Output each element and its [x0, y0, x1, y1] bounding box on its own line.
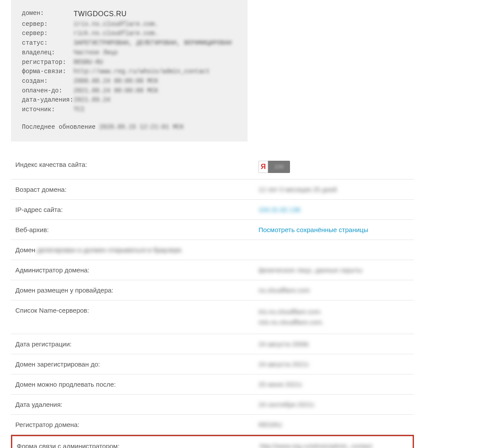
value-registrar: REGRU [258, 421, 410, 428]
whois-label-contact-form: форма-связи: [22, 67, 74, 77]
label-quality-index: Индекс качества сайта: [15, 161, 258, 168]
whois-label-server1: сервер: [22, 20, 74, 29]
row-reg-date: Дата регистрации: 24 августа 2008г. [11, 334, 414, 354]
whois-label-registrar: регистратор: [22, 58, 74, 67]
whois-label-source: источник: [22, 105, 74, 115]
row-contact-form-highlighted: Форма связи с администратором: http://ww… [11, 435, 414, 448]
domain-status-value: делегирован и должен открываться в брауз… [37, 246, 183, 254]
whois-value-contact-form: http://www.reg.ru/whois/admin_contact [74, 67, 210, 77]
whois-value-owner: Частное Лицо [74, 48, 118, 58]
whois-label-domain: домен: [22, 9, 74, 20]
details-table: Индекс качества сайта: Я 100 Возраст дом… [11, 155, 414, 448]
value-quality-index: Я 100 [258, 161, 410, 173]
label-registrar: Регистратор домена: [15, 421, 258, 428]
row-provider: Домен размещен у провайдера: ns.cloudfla… [11, 280, 414, 300]
label-admin: Администратор домена: [15, 266, 258, 274]
nameserver-1: iris.ns.cloudflare.com. [258, 307, 410, 317]
row-quality-index: Индекс качества сайта: Я 100 [11, 155, 414, 180]
row-nameservers: Список Name-серверов: iris.ns.cloudflare… [11, 300, 414, 334]
label-delete-date: Дата удаления: [15, 401, 258, 408]
whois-label-owner: владелец: [22, 48, 74, 58]
value-admin: физическое лицо, данные скрыты [258, 266, 410, 274]
value-domain-age: 12 лет 0 месяцев 25 дней [258, 186, 410, 193]
value-nameservers: iris.ns.cloudflare.com. rick.ns.cloudfla… [258, 307, 410, 328]
whois-value-source: TCI [74, 105, 85, 115]
yandex-letter: Я [258, 161, 268, 173]
value-reg-date: 24 августа 2008г. [258, 340, 410, 348]
whois-value-registrar: REGRU-RU [74, 58, 103, 67]
row-admin: Администратор домена: физическое лицо, д… [11, 260, 414, 280]
whois-label-paid-till: оплачен-до: [22, 86, 74, 96]
whois-value-paid-till: 2021.08.24 00:00:00 МСК [74, 86, 158, 96]
yandex-value: 100 [268, 163, 290, 170]
label-reg-date: Дата регистрации: [15, 340, 258, 348]
row-domain-age: Возраст домена: 12 лет 0 месяцев 25 дней [11, 180, 414, 200]
whois-value-created: 2008.08.24 00:00:00 МСК [74, 77, 158, 86]
label-webarchive: Веб-архив: [15, 226, 258, 233]
whois-value-delete-date: 2021.09.24 [74, 95, 110, 105]
row-domain-status: Домен делегирован и должен открываться в… [11, 240, 414, 260]
nameserver-2: rick.ns.cloudflare.com. [258, 317, 410, 328]
value-delete-date: 24 сентября 2021г. [258, 401, 410, 408]
label-reg-until: Домен зарегистрирован до: [15, 360, 258, 368]
row-registrar: Регистратор домена: REGRU [11, 415, 414, 435]
value-contact-form: http://www.reg.ru/whois/admin_contact [260, 442, 408, 448]
whois-label-delete-date: дата-удаления: [22, 95, 74, 105]
whois-label-server2: сервер: [22, 29, 74, 39]
yandex-badge-icon: Я 100 [258, 161, 290, 173]
whois-value-server2: rick.ns.cloudflare.com. [74, 29, 158, 39]
row-webarchive: Веб-архив: Посмотреть сохранённые страни… [11, 220, 414, 240]
value-provider: ns.cloudflare.com [258, 286, 410, 294]
whois-label-created: создан: [22, 77, 74, 86]
label-contact-form: Форма связи с администратором: [17, 442, 260, 448]
row-ip: IP-адрес сайта: 104.31.82.136 [11, 200, 414, 220]
label-provider: Домен размещен у провайдера: [15, 286, 258, 294]
value-reg-until: 24 августа 2021г. [258, 360, 410, 368]
label-nameservers: Список Name-серверов: [15, 307, 258, 314]
row-delete-date: Дата удаления: 24 сентября 2021г. [11, 395, 414, 415]
whois-value-status: ЗАРЕГИСТРИРОВАН, ДЕЛЕГИРОВАН, ВЕРИФИЦИРО… [74, 39, 232, 48]
label-ip: IP-адрес сайта: [15, 206, 258, 213]
whois-footer-date: 2020.09.15 12:21:01 МСК [99, 123, 184, 131]
value-renew-after: 25 июня 2021г. [258, 381, 410, 388]
domain-status-prefix: Домен [15, 246, 37, 254]
row-renew-after: Домен можно продлевать после: 25 июня 20… [11, 374, 414, 395]
row-reg-until: Домен зарегистрирован до: 24 августа 202… [11, 354, 414, 374]
whois-value-domain: TWIGDOCS.RU [74, 9, 127, 20]
whois-value-server1: iris.ns.cloudflare.com. [74, 20, 158, 29]
whois-raw-box: домен: TWIGDOCS.RU сервер: iris.ns.cloud… [11, 0, 248, 141]
whois-footer-prefix: Последнее обновление [22, 123, 99, 131]
label-renew-after: Домен можно продлевать после: [15, 381, 258, 388]
value-ip[interactable]: 104.31.82.136 [258, 206, 410, 213]
label-domain-age: Возраст домена: [15, 186, 258, 193]
whois-label-status: статус: [22, 39, 74, 48]
value-webarchive-link[interactable]: Посмотреть сохранённые страницы [258, 226, 410, 233]
